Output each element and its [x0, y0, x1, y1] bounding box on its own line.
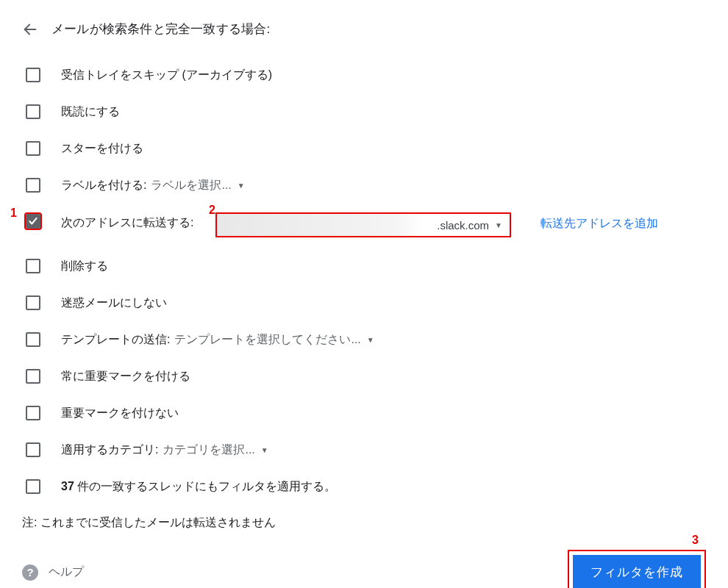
apply-label-label: ラベルを付ける:: [61, 178, 146, 193]
forward-address-dropdown[interactable]: .slack.com ▼: [215, 212, 511, 237]
delete-label: 削除する: [61, 259, 108, 274]
star-label: スターを付ける: [61, 141, 143, 157]
create-button-highlight: フィルタを作成: [568, 550, 706, 588]
never-important-checkbox[interactable]: [26, 406, 40, 420]
category-select-text: カテゴリを選択...: [163, 442, 254, 458]
forward-checkbox[interactable]: [26, 214, 40, 229]
always-important-label: 常に重要マークを付ける: [61, 369, 190, 384]
help-link[interactable]: ? ヘルプ: [22, 564, 84, 581]
apply-category-checkbox[interactable]: [26, 442, 40, 457]
label-select-text: ラベルを選択...: [151, 178, 231, 193]
send-template-checkbox[interactable]: [26, 332, 40, 347]
also-apply-checkbox[interactable]: [26, 479, 40, 494]
skip-inbox-checkbox[interactable]: [26, 68, 40, 82]
apply-category-label: 適用するカテゴリ:: [61, 442, 158, 458]
chevron-down-icon: ▼: [238, 182, 245, 190]
also-apply-count: 37: [61, 480, 74, 492]
add-forward-address-link[interactable]: 転送先アドレスを追加: [540, 214, 673, 233]
annotation-2: 2: [209, 204, 215, 217]
label-select-dropdown[interactable]: ラベルを選択... ▼: [151, 178, 244, 193]
annotation-3: 3: [692, 534, 699, 547]
always-important-checkbox[interactable]: [26, 369, 40, 384]
back-arrow-icon[interactable]: [22, 21, 38, 37]
apply-label-checkbox[interactable]: [26, 178, 40, 193]
also-apply-label: 37 件の一致するスレッドにもフィルタを適用する。: [61, 479, 336, 495]
forward-address-value: .slack.com: [437, 219, 489, 232]
annotation-1: 1: [10, 207, 17, 220]
skip-inbox-label: 受信トレイをスキップ (アーカイブする): [61, 68, 272, 83]
chevron-down-icon: ▼: [261, 446, 268, 454]
create-filter-button[interactable]: フィルタを作成: [573, 555, 701, 588]
also-apply-text: 件の一致するスレッドにもフィルタを適用する。: [74, 480, 336, 492]
template-select-dropdown[interactable]: テンプレートを選択してください... ▼: [174, 332, 374, 348]
help-text: ヘルプ: [49, 564, 84, 580]
delete-checkbox[interactable]: [26, 259, 40, 273]
never-important-label: 重要マークを付けない: [61, 406, 179, 421]
template-select-text: テンプレートを選択してください...: [174, 332, 360, 348]
chevron-down-icon: ▼: [367, 336, 374, 344]
never-spam-checkbox[interactable]: [26, 295, 40, 310]
star-checkbox[interactable]: [26, 141, 40, 156]
note-text: 注: これまでに受信したメールは転送されません: [22, 515, 706, 531]
mark-read-label: 既読にする: [61, 104, 120, 120]
forward-label: 次のアドレスに転送する:: [61, 214, 215, 232]
chevron-down-icon: ▼: [495, 221, 502, 229]
send-template-label: テンプレートの送信:: [61, 332, 170, 348]
help-icon: ?: [22, 564, 38, 581]
page-title: メールが検索条件と完全一致する場合:: [51, 21, 270, 37]
mark-read-checkbox[interactable]: [26, 104, 40, 119]
never-spam-label: 迷惑メールにしない: [61, 295, 167, 311]
category-select-dropdown[interactable]: カテゴリを選択... ▼: [163, 442, 268, 458]
